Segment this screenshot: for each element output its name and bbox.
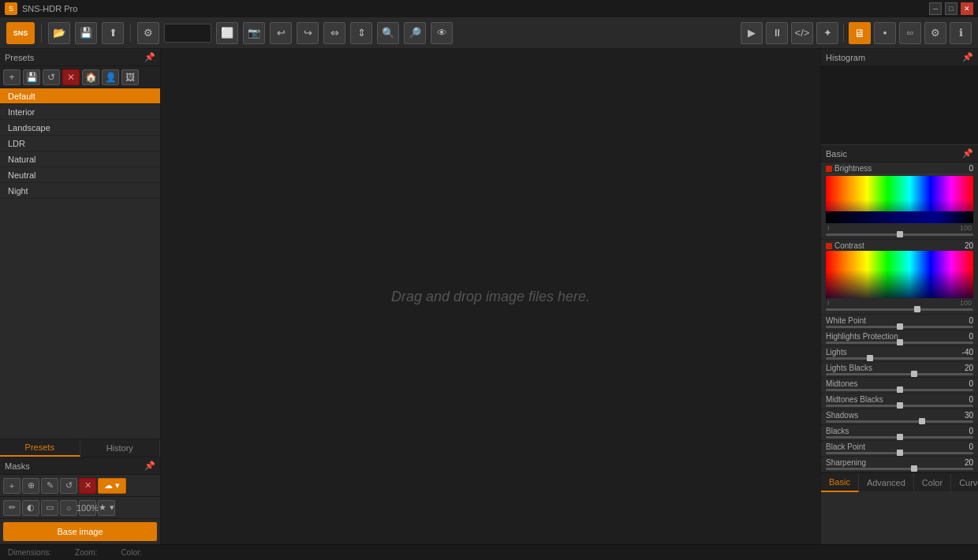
black-point-row: Black Point 0 (821, 441, 978, 457)
tab-presets[interactable]: Presets (0, 439, 80, 457)
app-title: SNS-HDR Pro (22, 4, 77, 13)
white-point-row: White Point 0 (821, 315, 978, 330)
masks-toolbar: + ⊕ ✎ ↺ ✕ ☁ ▾ (0, 475, 160, 497)
preset-item-night[interactable]: Night (0, 183, 160, 199)
preset-delete-button[interactable]: ✕ (62, 69, 80, 85)
lights-blacks-label: Lights Blacks (826, 364, 872, 372)
toolbar-sep-right (843, 24, 844, 43)
preset-item-interior[interactable]: Interior (0, 104, 160, 120)
shadows-value: 30 (965, 411, 973, 420)
display-button[interactable]: 🖥 (849, 22, 871, 44)
mask-add-button[interactable]: + (3, 478, 21, 494)
left-panel: Presets 📌 + 💾 ↺ ✕ 🏠 👤 🖼 Default Interior… (0, 49, 161, 544)
mask-cloud-button[interactable]: ☁ ▾ (98, 478, 126, 494)
opacity-input[interactable]: 100% (79, 500, 96, 516)
magic-button[interactable]: ✦ (816, 22, 838, 44)
tab-basic[interactable]: Basic (821, 473, 859, 492)
process-button[interactable]: ▶ (741, 22, 763, 44)
white-point-label: White Point (826, 316, 866, 325)
highlights-protection-label: Highlights Protection (826, 332, 898, 341)
app-logo: SNS (6, 22, 35, 44)
code-button[interactable]: </> (791, 22, 813, 44)
open-button[interactable]: 📂 (48, 22, 70, 44)
export-button[interactable]: ⬆ (102, 22, 124, 44)
settings-button[interactable]: ⚙ (137, 22, 159, 44)
zoom-in-button[interactable]: 🔍 (377, 22, 399, 44)
preset-image-button[interactable]: 🖼 (121, 69, 139, 85)
right-panel: Histogram 📌 Basic 📌 Brightness 0 (820, 49, 978, 544)
save-button[interactable]: 💾 (75, 22, 97, 44)
blacks-value: 0 (969, 427, 973, 435)
midtones-label: Midtones (826, 379, 858, 388)
single-view-button[interactable]: ▪ (874, 22, 896, 44)
toolbar-right: ▶ ⏸ </> ✦ 🖥 ▪ ▫▫ ⚙ ℹ (741, 22, 972, 44)
rect-tool[interactable]: ▭ (41, 500, 58, 516)
mask-duplicate-button[interactable]: ⊕ (22, 478, 39, 494)
close-button[interactable]: ✕ (961, 2, 973, 15)
mask-edit-button[interactable]: ✎ (41, 478, 58, 494)
tab-history[interactable]: History (80, 439, 161, 457)
histogram-pin-icon[interactable]: 📌 (962, 52, 973, 62)
preset-item-natural[interactable]: Natural (0, 151, 160, 167)
minimize-button[interactable]: ─ (929, 2, 942, 15)
undo-button[interactable]: ↩ (270, 22, 292, 44)
eye-button[interactable]: 👁 (431, 22, 453, 44)
preset-save-button[interactable]: 💾 (23, 69, 40, 85)
zoom-out-button[interactable]: 🔎 (404, 22, 426, 44)
split-view-button[interactable]: ▫▫ (899, 22, 921, 44)
zoom-input[interactable]: 0% (164, 24, 211, 43)
brightness-toggle[interactable] (826, 166, 832, 172)
preset-refresh-button[interactable]: ↺ (43, 69, 60, 85)
tab-advanced[interactable]: Advanced (859, 473, 914, 492)
histogram-label: Histogram (826, 53, 865, 62)
preset-add-button[interactable]: + (3, 69, 21, 85)
preset-item-default[interactable]: Default (0, 88, 160, 104)
preset-item-neutral[interactable]: Neutral (0, 167, 160, 183)
capture-button[interactable]: 📷 (243, 22, 265, 44)
bottom-tabs: Basic Advanced Color Curves (821, 472, 978, 491)
fit-button[interactable]: ⬜ (216, 22, 238, 44)
main-area: Presets 📌 + 💾 ↺ ✕ 🏠 👤 🖼 Default Interior… (0, 49, 978, 544)
midtones-blacks-row: Midtones Blacks 0 (821, 394, 978, 409)
preset-item-ldr[interactable]: LDR (0, 136, 160, 151)
tab-curves[interactable]: Curves (951, 473, 978, 492)
flip-h-button[interactable]: ⇔ (323, 22, 345, 44)
base-image-item[interactable]: Base image (3, 522, 157, 541)
app-icon: S (5, 2, 17, 15)
redo-button[interactable]: ↪ (297, 22, 319, 44)
toolbar-separator (41, 24, 42, 43)
mask-delete-button[interactable]: ✕ (79, 478, 96, 494)
dimensions-label: Dimensions: (8, 548, 51, 557)
brightness-value: 0 (969, 164, 973, 173)
midtones-blacks-value: 0 (969, 395, 973, 404)
preset-item-landscape[interactable]: Landscape (0, 120, 160, 136)
brush-tool[interactable]: ✏ (3, 500, 21, 516)
star-button[interactable]: ★ ▾ (98, 500, 115, 516)
basic-pin-icon[interactable]: 📌 (962, 148, 973, 159)
shadows-row: Shadows 30 (821, 409, 978, 425)
gear-button[interactable]: ⚙ (924, 22, 946, 44)
white-point-value: 0 (969, 316, 973, 325)
window-controls[interactable]: ─ □ ✕ (929, 2, 973, 15)
contrast-label: Contrast (826, 241, 864, 250)
maximize-button[interactable]: □ (945, 2, 957, 15)
pause-button[interactable]: ⏸ (766, 22, 788, 44)
presets-pin-icon[interactable]: 📌 (144, 52, 155, 62)
flip-v-button[interactable]: ⇕ (350, 22, 372, 44)
eraser-tool[interactable]: ◐ (22, 500, 39, 516)
brightness-slider-row: Brightness 0 I100 (821, 162, 978, 240)
basic-section-header: Basic 📌 (821, 145, 978, 162)
basic-label: Basic (826, 149, 847, 159)
mask-refresh-button[interactable]: ↺ (60, 478, 77, 494)
canvas-area[interactable]: Drag and drop image files here. (161, 49, 820, 544)
contrast-toggle[interactable] (826, 243, 832, 249)
drop-text: Drag and drop image files here. (391, 289, 590, 305)
circle-tool[interactable]: ○ (60, 500, 77, 516)
lights-value: -40 (962, 348, 973, 357)
tab-color[interactable]: Color (914, 473, 951, 492)
preset-person-button[interactable]: 👤 (102, 69, 119, 85)
zoom-label: Zoom: (75, 548, 97, 557)
preset-home-button[interactable]: 🏠 (82, 69, 99, 85)
masks-pin-icon[interactable]: 📌 (144, 461, 155, 471)
info-button[interactable]: ℹ (950, 22, 972, 44)
